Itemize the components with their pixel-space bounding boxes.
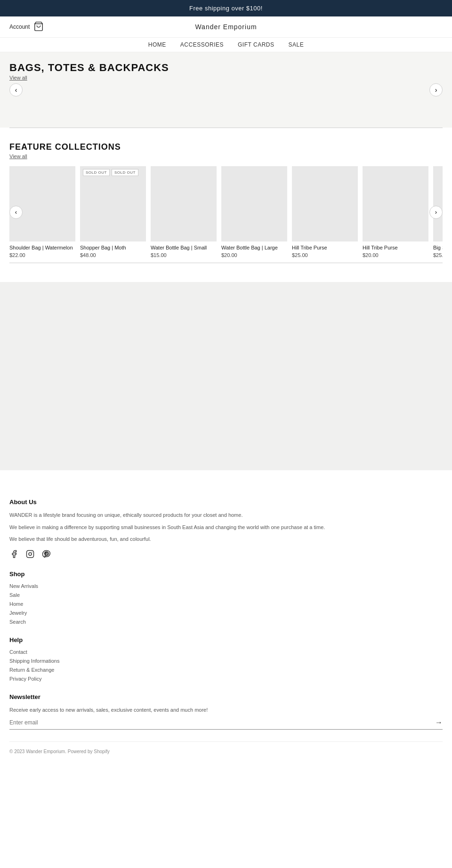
feature-title: FEATURE COLLECTIONS [9, 142, 443, 152]
newsletter-email-input[interactable] [9, 719, 435, 726]
footer-link-privacy[interactable]: Privacy Policy [9, 676, 443, 682]
svg-rect-1 [27, 551, 34, 558]
hero-title: BAGS, TOTES & BACKPACKS [9, 62, 443, 74]
svg-point-3 [32, 552, 32, 553]
footer-newsletter-section: Newsletter Receive early access to new a… [9, 693, 443, 730]
newsletter-input-wrap: → [9, 718, 443, 730]
nav-item-home[interactable]: HOME [148, 41, 166, 48]
footer: About Us WANDER is a lifestyle brand foc… [0, 484, 452, 763]
sold-out-badges: SOLD OUT SOLD OUT [83, 169, 138, 176]
footer-help-heading: Help [9, 636, 443, 643]
hero-next-button[interactable]: › [429, 83, 443, 96]
footer-link-search[interactable]: Search [9, 619, 443, 625]
footer-help-section: Help Contact Shipping Informations Retur… [9, 636, 443, 682]
account-link[interactable]: Account [9, 24, 30, 30]
promo-space [0, 282, 452, 470]
product-image [292, 166, 358, 241]
product-carousel-wrap: ‹ Shoulder Bag | Watermelon $22.00 SOLD … [9, 166, 443, 258]
banner-text: Free shipping over $100! [189, 5, 263, 12]
header-logo: Wander Emporium [47, 23, 405, 31]
product-name: Water Bottle Bag | Small [151, 244, 217, 251]
footer-link-jewelry[interactable]: Jewelry [9, 610, 443, 616]
header-left: Account [9, 21, 47, 32]
footer-about-text3: We believe that life should be adventuro… [9, 535, 443, 544]
footer-about-section: About Us WANDER is a lifestyle brand foc… [9, 498, 443, 559]
svg-point-2 [29, 553, 32, 555]
nav-bar: HOME ACCESSORIES GIFT CARDS SALE [0, 38, 452, 52]
footer-about-heading: About Us [9, 498, 443, 506]
hero-section: BAGS, TOTES & BACKPACKS View all ‹ › [0, 52, 452, 128]
product-carousel: Shoulder Bag | Watermelon $22.00 SOLD OU… [9, 166, 443, 258]
footer-link-new-arrivals[interactable]: New Arrivals [9, 583, 443, 589]
footer-link-return[interactable]: Return & Exchange [9, 667, 443, 673]
product-image [151, 166, 217, 241]
product-image [221, 166, 287, 241]
product-price: $48.00 [80, 252, 146, 258]
product-card[interactable]: SOLD OUT SOLD OUT Shopper Bag | Moth $48… [80, 166, 146, 258]
footer-shop-section: Shop New Arrivals Sale Home Jewelry Sear… [9, 571, 443, 625]
header: Account Wander Emporium [0, 16, 452, 38]
product-image: SOLD OUT SOLD OUT [80, 166, 146, 241]
sold-out-badge: SOLD OUT [83, 169, 110, 176]
nav-item-sale[interactable]: SALE [288, 41, 304, 48]
product-name: Shopper Bag | Moth [80, 244, 146, 251]
product-image [363, 166, 428, 241]
product-card[interactable]: Hill Tribe Purse $25.00 [292, 166, 358, 258]
carousel-next-button[interactable]: › [429, 206, 443, 219]
footer-copyright: © 2023 Wander Emporium. Powered by Shopi… [9, 741, 443, 754]
product-name: Shoulder Bag | Watermelon [9, 244, 75, 251]
product-price: $22.00 [9, 252, 75, 258]
footer-newsletter-description: Receive early access to new arrivals, sa… [9, 706, 443, 715]
cart-icon[interactable] [33, 21, 45, 32]
product-price: $25.00 [433, 252, 443, 258]
hero-prev-button[interactable]: ‹ [9, 83, 23, 96]
product-name: Big Shopper [433, 244, 443, 251]
social-icons [9, 549, 443, 559]
footer-link-contact[interactable]: Contact [9, 649, 443, 655]
nav-item-gift-cards[interactable]: GIFT CARDS [238, 41, 274, 48]
footer-about-text2: We believe in making a difference by sup… [9, 523, 443, 532]
footer-link-shipping[interactable]: Shipping Informations [9, 658, 443, 664]
product-price: $25.00 [292, 252, 358, 258]
top-banner: Free shipping over $100! [0, 0, 452, 16]
pinterest-icon[interactable] [41, 549, 51, 559]
product-card[interactable]: Water Bottle Bag | Large $20.00 [221, 166, 287, 258]
product-price: $15.00 [151, 252, 217, 258]
carousel-divider [9, 263, 443, 263]
footer-about-text1: WANDER is a lifestyle brand focusing on … [9, 511, 443, 520]
footer-shop-heading: Shop [9, 571, 443, 578]
feature-header: FEATURE COLLECTIONS View all [9, 142, 443, 159]
nav-item-accessories[interactable]: ACCESSORIES [180, 41, 224, 48]
footer-newsletter-heading: Newsletter [9, 693, 443, 700]
newsletter-submit-button[interactable]: → [435, 718, 443, 727]
feature-view-all[interactable]: View all [9, 153, 443, 159]
sold-out-badge: SOLD OUT [112, 169, 138, 176]
product-price: $20.00 [221, 252, 287, 258]
product-card[interactable]: Hill Tribe Purse $20.00 [363, 166, 428, 258]
footer-link-sale[interactable]: Sale [9, 592, 443, 598]
product-image [9, 166, 75, 241]
product-name: Hill Tribe Purse [292, 244, 358, 251]
facebook-icon[interactable] [9, 549, 19, 559]
carousel-prev-button[interactable]: ‹ [9, 206, 23, 219]
hero-view-all[interactable]: View all [9, 75, 27, 80]
product-name: Hill Tribe Purse [363, 244, 428, 251]
feature-section: FEATURE COLLECTIONS View all ‹ Shoulder … [0, 128, 452, 282]
product-name: Water Bottle Bag | Large [221, 244, 287, 251]
footer-link-home[interactable]: Home [9, 601, 443, 607]
product-price: $20.00 [363, 252, 428, 258]
product-image [433, 166, 443, 241]
product-card[interactable]: Water Bottle Bag | Small $15.00 [151, 166, 217, 258]
instagram-icon[interactable] [25, 549, 35, 559]
